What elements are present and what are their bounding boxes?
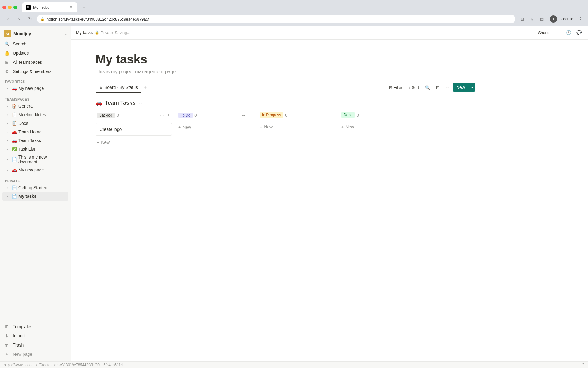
import-icon: ⬇	[4, 333, 10, 339]
page-label: Task List	[18, 147, 66, 151]
share-button[interactable]: Share	[535, 29, 552, 36]
workspace-chevron-icon: ⌄	[65, 32, 67, 36]
filter-icon: ⊟	[389, 85, 392, 90]
profile-button[interactable]: I Incognito	[547, 14, 576, 24]
lock-icon: 🔒	[40, 17, 45, 21]
help-icon[interactable]: ?	[582, 363, 584, 367]
board-column-in-progress: In Progress 0 + New	[258, 110, 335, 147]
column-tag-done: Done	[341, 112, 355, 118]
sidebar-item-team-home[interactable]: › 🚗 Team Home	[2, 128, 68, 136]
maximize-traffic-light[interactable]	[13, 6, 17, 9]
column-more-button[interactable]: ···	[241, 112, 247, 118]
forward-button[interactable]: ›	[15, 15, 23, 23]
column-new-button-todo[interactable]: + New	[177, 123, 254, 132]
sidebar-item-updates[interactable]: 🔔 Updates	[1, 48, 70, 58]
sidebar-item-settings[interactable]: ⚙ Settings & members	[1, 67, 70, 76]
clock-icon[interactable]: 🕐	[564, 28, 573, 37]
column-new-button-done[interactable]: + New	[340, 123, 417, 131]
tab-close-button[interactable]: ×	[69, 5, 74, 10]
sidebar-item-general[interactable]: › 🏠 General	[2, 102, 68, 110]
card-edit-icon[interactable]: ✏	[155, 126, 161, 132]
sort-button[interactable]: ↕ Sort	[406, 84, 421, 91]
search-view-button[interactable]: 🔍	[423, 84, 432, 91]
new-button-label: New	[453, 83, 469, 92]
import-label: Import	[13, 333, 25, 338]
sidebar-item-new-document[interactable]: › 📄 This is my new document	[2, 153, 68, 166]
sidebar-item-team-tasks[interactable]: › 🚗 Team Tasks	[2, 136, 68, 145]
tab-board-by-status[interactable]: ⊞ Board · By Status	[96, 82, 141, 93]
page-icon: ✅	[11, 146, 17, 152]
board-columns: Backlog 0 ··· + Create logo ✏ ···	[96, 110, 475, 151]
workspace-header[interactable]: M Moodjoy ⌄	[1, 28, 70, 39]
column-header-in-progress: In Progress 0	[258, 110, 335, 120]
sidebar-item-meeting-notes[interactable]: › 📋 Meeting Notes	[2, 110, 68, 119]
sidebar-item-trash[interactable]: 🗑 Trash	[1, 340, 70, 350]
sidebar-icon[interactable]: ▤	[537, 15, 546, 23]
new-button[interactable]: New ▾	[453, 83, 475, 92]
plus-icon: +	[97, 140, 99, 145]
page-icon: 🚗	[11, 85, 17, 91]
search-icon: 🔍	[4, 41, 10, 47]
tab-title: My tasks	[33, 5, 66, 10]
search-small-icon: 🔍	[425, 85, 430, 90]
new-tab-button[interactable]: +	[80, 3, 88, 12]
new-label: New	[183, 125, 191, 130]
favorites-section: Favorites › 🚗 My new page	[1, 76, 70, 94]
tab-more-button[interactable]: ⋮	[578, 3, 586, 12]
traffic-lights	[2, 6, 17, 9]
chevron-icon: ›	[5, 157, 10, 162]
page-subtitle: This is my project management page	[96, 69, 475, 75]
column-more-button[interactable]: ···	[159, 112, 165, 118]
sidebar-item-import[interactable]: ⬇ Import	[1, 331, 70, 340]
page-label: Team Home	[18, 129, 66, 134]
sidebar-item-all-teamspaces[interactable]: ⊞ All teamspaces	[1, 58, 70, 67]
chevron-icon: ›	[5, 86, 10, 91]
board-card-create-logo[interactable]: Create logo ✏ ···	[96, 123, 172, 136]
minimize-traffic-light[interactable]	[8, 6, 12, 9]
sidebar-item-my-new-page-2[interactable]: › 🚗 My new page	[2, 166, 68, 174]
board-column-todo: To Do 0 ··· + + New	[177, 110, 254, 147]
sidebar-item-my-new-page[interactable]: › 🚗 My new page	[2, 84, 68, 93]
sort-label: Sort	[412, 85, 419, 90]
url-bar[interactable]: 🔒 notion.so/My-tasks-e6f34988812d420c875…	[37, 15, 515, 23]
sidebar-item-search[interactable]: 🔍 Search	[1, 39, 70, 48]
page-label: Meeting Notes	[18, 112, 66, 117]
group-menu-button[interactable]: ···	[138, 100, 144, 106]
bookmark-icon[interactable]: ☆	[528, 15, 536, 23]
add-view-button[interactable]: +	[141, 82, 149, 93]
card-more-icon[interactable]: ···	[162, 126, 168, 132]
column-count-in-progress: 0	[285, 113, 334, 117]
new-btn-chevron-icon[interactable]: ▾	[469, 84, 475, 91]
sidebar-item-my-tasks[interactable]: › 📄 My tasks	[2, 192, 68, 201]
column-add-button[interactable]: +	[166, 112, 171, 118]
more-actions-button[interactable]: ···	[554, 28, 562, 37]
main: My tasks 🔒 Private Saving... Share ··· 🕐…	[71, 26, 588, 361]
workspace-icon: M	[4, 30, 11, 37]
sidebar-item-task-list[interactable]: › ✅ Task List	[2, 145, 68, 153]
column-add-button[interactable]: +	[247, 112, 252, 118]
cast-icon[interactable]: ⊡	[518, 15, 526, 23]
private-section: Private › 📄 Getting Started › 📄 My tasks	[1, 175, 70, 202]
chevron-icon: ›	[5, 185, 10, 190]
filter-button[interactable]: ⊟ Filter	[386, 84, 405, 91]
browser-menu-button[interactable]: ⋮	[577, 15, 584, 23]
column-new-button-in-progress[interactable]: + New	[258, 123, 335, 131]
layout-button[interactable]: ⊡	[434, 84, 442, 91]
sidebar-item-docs[interactable]: › 📋 Docs	[2, 119, 68, 128]
chevron-icon: ›	[5, 147, 10, 151]
sidebar-item-templates[interactable]: ⊞ Templates	[1, 322, 70, 331]
new-page-button[interactable]: ＋ New page	[1, 350, 70, 359]
breadcrumb-visibility-label: Private	[100, 30, 113, 35]
trash-icon: 🗑	[4, 342, 10, 348]
refresh-button[interactable]: ↻	[26, 15, 34, 23]
close-traffic-light[interactable]	[2, 6, 6, 9]
view-actions: ⊟ Filter ↕ Sort 🔍 ⊡ ··· New	[386, 82, 475, 93]
sidebar-item-getting-started[interactable]: › 📄 Getting Started	[2, 183, 68, 192]
column-new-button-backlog[interactable]: + New	[96, 138, 172, 147]
active-tab[interactable]: N My tasks ×	[22, 2, 77, 12]
sidebar: M Moodjoy ⌄ 🔍 Search 🔔 Updates ⊞ All tea…	[0, 26, 71, 361]
new-label: New	[101, 140, 110, 145]
back-button[interactable]: ‹	[4, 15, 12, 23]
comment-icon[interactable]: 💬	[575, 28, 583, 37]
more-view-button[interactable]: ···	[443, 84, 451, 91]
